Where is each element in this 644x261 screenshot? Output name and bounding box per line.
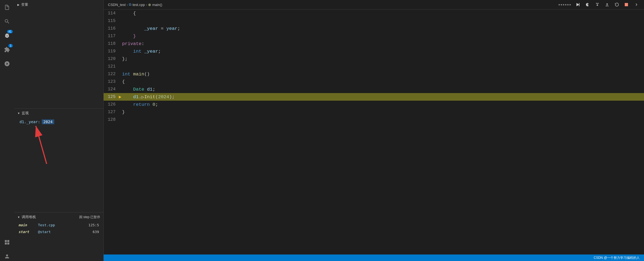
line-number-121: 121 [104,64,120,69]
remote-icon[interactable] [2,238,12,247]
svg-rect-8 [598,3,599,4]
line-content-123: { [120,79,644,84]
stop-button[interactable] [623,2,630,8]
svg-line-5 [36,126,47,164]
files-icon[interactable] [2,3,12,12]
callstack-section: ▼ 调用堆栈 因 step 已暂停 main Test.cpp 125:5 st… [14,212,103,261]
line-number-123: 123 [104,79,120,84]
variables-arrow-icon: ▶ [17,3,20,6]
line-number-127: 127 [104,110,120,114]
line-content-126: return 0; [120,102,644,107]
breadcrumb-symbol: main() [152,3,162,7]
code-line-125: 125▶ d1.▷Init(2024); [104,93,644,101]
line-content-116: _year = year; [120,26,644,31]
debug-more-button[interactable] [632,1,640,8]
watch-label: 监视 [22,111,29,116]
callstack-item-start[interactable]: start @start 639 [14,228,103,235]
code-line-122: 122int main() [104,70,644,78]
line-content-119: int _year; [120,49,644,54]
breadcrumb-sep2: › [146,3,147,7]
breadcrumb-project: CSDN_test [108,3,126,7]
callstack-func-main: main [18,223,35,227]
callstack-status: 因 step 已暂停 [79,215,100,219]
svg-rect-1 [7,240,9,242]
annotation-area [14,126,103,180]
line-number-119: 119 [104,49,120,54]
debug-toolbar [559,1,640,8]
line-number-122: 122 [104,72,120,77]
svg-rect-7 [596,3,597,4]
line-number-116: 116 [104,26,120,31]
watch-header[interactable]: ▼ 监视 [14,109,103,118]
git-icon[interactable] [2,59,12,68]
side-panel: ▶ 变量 ▼ 监视 d1._year: 2024 [14,0,104,261]
code-lines: 114 {115116 _year = year;117 }118private… [104,9,644,254]
code-line-117: 117 } [104,32,644,40]
breadcrumb-symbol-icon: ⊕ [148,3,151,7]
line-content-120: }; [120,56,644,62]
line-number-120: 120 [104,56,120,61]
account-icon[interactable] [2,252,12,261]
extensions-badge: 1 [8,44,13,47]
line-content-114: { [120,11,644,16]
code-container[interactable]: 114 {115116 _year = year;117 }118private… [104,9,644,254]
line-content-118: private: [120,41,644,46]
code-line-124: 124 Date d1; [104,85,644,93]
debug-badge: 41 [7,30,13,33]
search-icon[interactable] [2,17,12,26]
drag-handle[interactable] [559,4,571,5]
line-content-117: } [120,34,644,39]
callstack-file-main: Test.cpp [38,223,88,227]
variables-section: ▶ 变量 [14,0,103,109]
code-line-121: 121 [104,63,644,70]
line-content-127: } [120,110,644,115]
variables-label: 变量 [21,2,28,7]
watch-section: ▼ 监视 d1._year: 2024 [14,109,103,212]
callstack-item-main[interactable]: main Test.cpp 125:5 [14,222,103,228]
code-line-115: 115 [104,17,644,25]
breadcrumb-icon-file: ⧉ [129,2,131,7]
code-line-127: 127} [104,108,644,116]
code-line-118: 118private: [104,40,644,47]
svg-rect-6 [579,3,579,6]
debug-arrow-icon: ▶ [119,94,122,100]
code-line-123: 123{ [104,78,644,85]
line-content-125: d1.▷Init(2024); [120,94,644,100]
restart-button[interactable] [613,1,621,8]
activity-bar: 41 1 [0,0,14,261]
callstack-func-start: start [18,230,35,234]
breadcrumb: CSDN_test › ⧉ test.cpp › ⊕ main() [108,2,162,7]
step-into-button[interactable] [594,1,601,8]
line-number-126: 126 [104,102,120,107]
code-line-126: 126 return 0; [104,101,644,108]
callstack-arrow-icon: ▼ [17,216,20,219]
svg-rect-2 [5,243,7,244]
code-line-116: 116 _year = year; [104,25,644,32]
extensions-icon[interactable]: 1 [2,45,12,54]
svg-rect-3 [7,243,9,244]
callstack-label: 调用堆栈 [22,215,36,219]
callstack-header[interactable]: ▼ 调用堆栈 因 step 已暂停 [14,212,103,222]
code-line-119: 119 int _year; [104,47,644,55]
line-number-114: 114 [104,11,120,16]
debug-icon[interactable]: 41 [2,31,12,40]
code-line-128: 128 [104,116,644,123]
svg-rect-9 [606,6,607,6]
step-out-button[interactable] [603,1,611,8]
callstack-line-main: 125:5 [88,223,99,227]
line-content-122: int main() [120,72,644,77]
line-number-125: 125 [104,94,120,99]
code-line-120: 120}; [104,55,644,63]
status-text: CSDN @一个努力学习编程的人 [594,256,640,260]
editor-area: CSDN_test › ⧉ test.cpp › ⊕ main() [104,0,644,261]
line-number-124: 124 [104,87,120,92]
breadcrumb-sep1: › [127,3,128,7]
line-number-115: 115 [104,18,120,23]
red-arrow-annotation [30,118,85,172]
variables-header[interactable]: ▶ 变量 [14,0,103,9]
svg-rect-11 [625,3,628,6]
line-number-128: 128 [104,117,120,122]
toolbar: CSDN_test › ⧉ test.cpp › ⊕ main() [104,0,644,9]
step-over-button[interactable] [584,1,591,8]
continue-button[interactable] [574,1,582,8]
